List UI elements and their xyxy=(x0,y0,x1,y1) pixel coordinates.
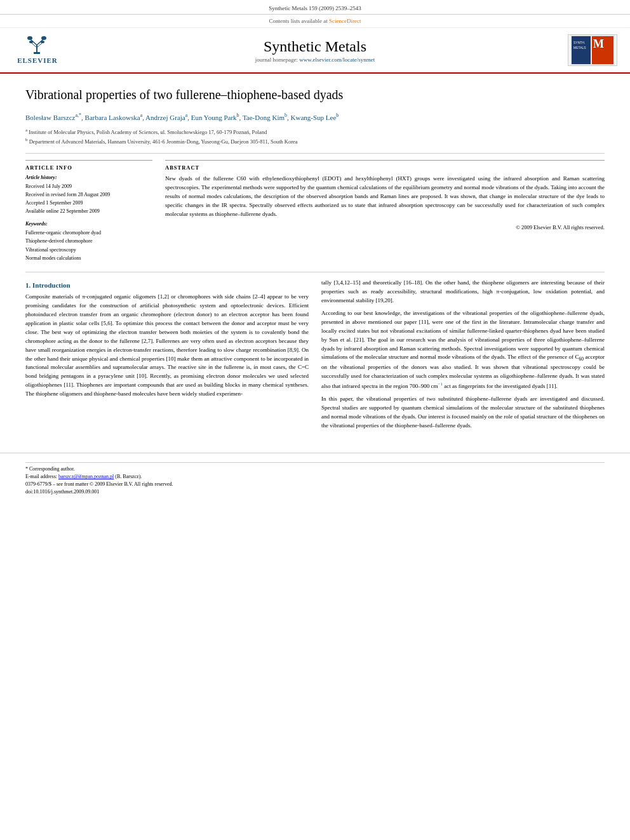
homepage-url[interactable]: www.elsevier.com/locate/synmet xyxy=(299,57,375,63)
article-history-label: Article history: xyxy=(25,175,152,180)
footnote-block: * Corresponding author. E-mail address: … xyxy=(25,462,605,481)
author-4: Eun Young Parkb, xyxy=(191,114,243,121)
footer-copyright: 0379-6779/$ – see front matter © 2009 El… xyxy=(25,481,605,496)
article-title: Vibrational properties of two fullerene–… xyxy=(25,86,605,103)
page: Synthetic Metals 159 (2009) 2539–2543 Co… xyxy=(0,0,630,840)
email-link[interactable]: barszcz@ifmpan.poznan.pl xyxy=(58,474,114,479)
intro-paragraph-2: tally [3,4,12–15] and theoretically [16–… xyxy=(321,279,605,305)
svg-text:M: M xyxy=(593,37,604,50)
intro-paragraph-1: Composite materials of π-conjugated orga… xyxy=(25,293,309,399)
journal-citation: Synthetic Metals 159 (2009) 2539–2543 xyxy=(269,5,361,11)
abstract-copyright: © 2009 Elsevier B.V. All rights reserved… xyxy=(165,224,605,230)
author-2: Barbara Laskowskaa, xyxy=(85,114,146,121)
doi-line: doi:10.1016/j.synthmet.2009.09.001 xyxy=(25,488,605,496)
abstract-header: ABSTRACT xyxy=(165,164,605,171)
article-history-dates: Received 14 July 2009 Received in revise… xyxy=(25,183,152,215)
keyword-4: Normal modes calculations xyxy=(25,254,152,263)
journal-homepage: journal homepage: www.elsevier.com/locat… xyxy=(62,57,568,63)
svg-rect-0 xyxy=(36,45,37,53)
abstract-text: New dyads of the fullerene C60 with ethy… xyxy=(165,175,605,219)
journal-citation-bar: Synthetic Metals 159 (2009) 2539–2543 xyxy=(0,0,630,15)
info-section: ARTICLE INFO Article history: Received 1… xyxy=(25,160,605,263)
keyword-2: Thiophene-derived chromophore xyxy=(25,237,152,246)
separator-1 xyxy=(25,153,605,154)
date-received: Received 14 July 2009 xyxy=(25,183,152,191)
author-3: Andrzej Grajaa, xyxy=(145,114,191,121)
intro-paragraph-4: In this paper, the vibrational propertie… xyxy=(321,395,605,430)
sciencedirect-link[interactable]: ScienceDirect xyxy=(329,18,361,24)
affiliation-b: b Department of Advanced Materials, Hann… xyxy=(25,137,605,146)
svg-text:SYNTH.: SYNTH. xyxy=(573,41,585,44)
synmet-logo: SYNTH. METALS M xyxy=(568,34,617,66)
date-revised: Received in revised form 28 August 2009 xyxy=(25,191,152,199)
author-6: Kwang-Sup Leeb xyxy=(291,114,339,121)
keyword-3: Vibrational spectroscopy xyxy=(25,246,152,255)
journal-title-block: Synthetic Metals journal homepage: www.e… xyxy=(62,38,568,63)
author-5: Tae-Dong Kimb, xyxy=(243,114,291,121)
body-columns: 1. Introduction Composite materials of π… xyxy=(25,279,605,434)
keyword-1: Fullerene-organic chromophore dyad xyxy=(25,229,152,237)
affiliation-a: a Institute of Molecular Physics, Polish… xyxy=(25,127,605,137)
section-1-title: 1. Introduction xyxy=(25,281,309,289)
svg-point-5 xyxy=(27,36,32,40)
content-lists-bar: Contents lists available at ScienceDirec… xyxy=(0,15,630,28)
abstract-col: ABSTRACT New dyads of the fullerene C60 … xyxy=(165,160,605,263)
keywords-list: Fullerene-organic chromophore dyad Thiop… xyxy=(25,229,152,263)
article-info-header: ARTICLE INFO xyxy=(25,164,152,171)
svg-point-8 xyxy=(41,41,44,43)
elsevier-name: ELSEVIER xyxy=(17,57,58,64)
article-info-col: ARTICLE INFO Article history: Received 1… xyxy=(25,160,152,263)
email-note: E-mail address: barszcz@ifmpan.poznan.pl… xyxy=(25,473,605,481)
corresponding-author-note: * Corresponding author. xyxy=(25,465,605,473)
svg-line-3 xyxy=(31,43,37,48)
journal-title: Synthetic Metals xyxy=(62,38,568,55)
svg-point-6 xyxy=(41,36,46,40)
page-footer: * Corresponding author. E-mail address: … xyxy=(0,453,630,501)
intro-paragraph-3: According to our best knowledge, the inv… xyxy=(321,309,605,391)
content-lists-text: Contents lists available at xyxy=(269,18,328,24)
svg-point-7 xyxy=(29,41,33,43)
author-1: Bolesław Barszcza,*, xyxy=(25,114,85,121)
body-right: tally [3,4,12–15] and theoretically [16–… xyxy=(321,279,605,434)
separator-2 xyxy=(25,272,605,272)
date-accepted: Accepted 1 September 2009 xyxy=(25,199,152,208)
keywords-label: Keywords: xyxy=(25,221,152,227)
copyright-line: 0379-6779/$ – see front matter © 2009 El… xyxy=(25,481,605,488)
date-online: Available online 22 September 2009 xyxy=(25,208,152,216)
svg-rect-9 xyxy=(34,52,40,54)
main-content: Vibrational properties of two fullerene–… xyxy=(0,74,630,446)
homepage-label: journal homepage: xyxy=(255,57,298,63)
affiliations: a Institute of Molecular Physics, Polish… xyxy=(25,127,605,145)
elsevier-logo: ELSEVIER xyxy=(13,36,62,65)
authors-line: Bolesław Barszcza,*, Barbara Laskowskaa,… xyxy=(25,112,605,123)
svg-line-4 xyxy=(37,43,43,48)
body-left: 1. Introduction Composite materials of π… xyxy=(25,279,309,434)
journal-header: ELSEVIER Synthetic Metals journal homepa… xyxy=(0,28,630,74)
svg-text:METALS: METALS xyxy=(573,46,586,50)
